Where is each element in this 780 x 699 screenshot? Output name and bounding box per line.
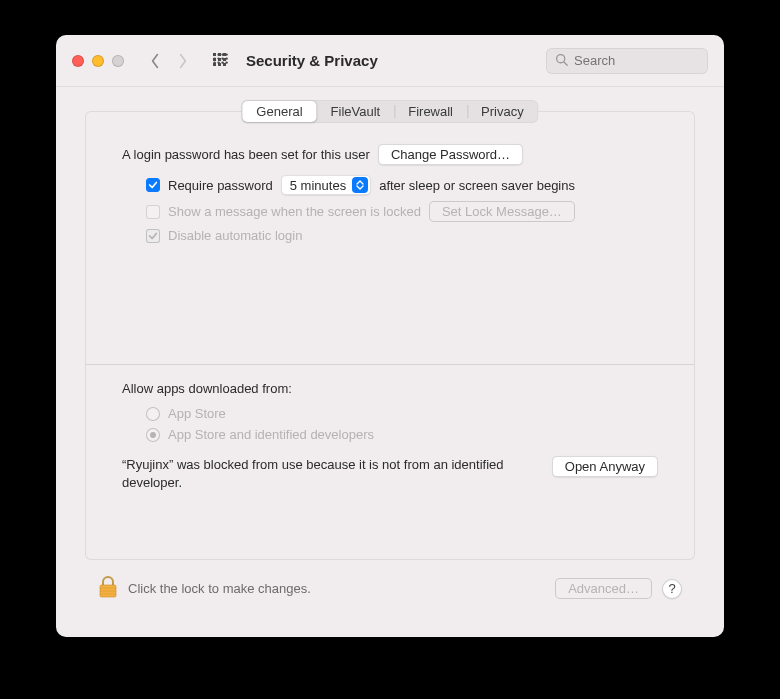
- set-lock-message-button: Set Lock Message…: [429, 201, 575, 222]
- lock-icon[interactable]: [98, 575, 118, 602]
- svg-point-17: [221, 57, 223, 59]
- tab-privacy[interactable]: Privacy: [467, 101, 538, 122]
- allow-section: Allow apps downloaded from: App Store Ap…: [86, 365, 694, 491]
- disable-auto-login-checkbox: [146, 229, 160, 243]
- allow-identified-label: App Store and identified developers: [168, 427, 374, 442]
- require-password-checkbox[interactable]: [146, 178, 160, 192]
- tab-firewall[interactable]: Firewall: [394, 101, 467, 122]
- footer: Click the lock to make changes. Advanced…: [74, 560, 706, 618]
- login-password-heading: A login password has been set for this u…: [122, 147, 370, 162]
- login-section: A login password has been set for this u…: [86, 112, 694, 243]
- window-controls: [72, 55, 124, 67]
- svg-point-21: [221, 61, 223, 63]
- change-password-button[interactable]: Change Password…: [378, 144, 523, 165]
- advanced-button: Advanced…: [555, 578, 652, 599]
- svg-point-22: [225, 61, 227, 63]
- prefs-window: Security & Privacy General FileVault Fir…: [56, 35, 724, 637]
- minimize-window-button[interactable]: [92, 55, 104, 67]
- svg-point-20: [217, 61, 219, 63]
- tab-filevault[interactable]: FileVault: [317, 101, 395, 122]
- svg-point-13: [221, 53, 223, 55]
- svg-point-19: [213, 61, 215, 63]
- allow-heading: Allow apps downloaded from:: [122, 381, 658, 396]
- toolbar: Security & Privacy: [56, 35, 724, 87]
- svg-line-24: [564, 61, 567, 64]
- forward-button: [170, 50, 196, 72]
- search-field[interactable]: [546, 48, 708, 74]
- svg-point-12: [217, 53, 219, 55]
- back-button[interactable]: [142, 50, 168, 72]
- require-password-delay-select[interactable]: 5 minutes: [281, 175, 371, 195]
- allow-identified-radio: [146, 428, 160, 442]
- svg-point-15: [213, 57, 215, 59]
- tab-bar: General FileVault Firewall Privacy: [241, 100, 538, 123]
- disable-auto-login-label: Disable automatic login: [168, 228, 302, 243]
- help-button[interactable]: ?: [662, 579, 682, 599]
- allow-appstore-label: App Store: [168, 406, 226, 421]
- tab-general[interactable]: General: [242, 101, 316, 122]
- show-message-label: Show a message when the screen is locked: [168, 204, 421, 219]
- select-stepper-icon: [352, 177, 368, 193]
- content: General FileVault Firewall Privacy A log…: [56, 87, 724, 637]
- search-icon: [555, 53, 568, 69]
- open-anyway-button[interactable]: Open Anyway: [552, 456, 658, 477]
- show-message-checkbox: [146, 205, 160, 219]
- svg-point-18: [225, 57, 227, 59]
- zoom-window-button: [112, 55, 124, 67]
- allow-appstore-radio: [146, 407, 160, 421]
- page-title: Security & Privacy: [246, 52, 378, 69]
- require-password-label-pre: Require password: [168, 178, 273, 193]
- search-input[interactable]: [574, 53, 699, 68]
- nav-buttons: [142, 50, 196, 72]
- close-window-button[interactable]: [72, 55, 84, 67]
- require-password-label-post: after sleep or screen saver begins: [379, 178, 575, 193]
- blocked-app-message: “Ryujinx” was blocked from use because i…: [122, 456, 536, 491]
- svg-point-16: [217, 57, 219, 59]
- svg-point-11: [213, 53, 215, 55]
- lock-hint-text: Click the lock to make changes.: [128, 581, 311, 596]
- require-password-delay-value: 5 minutes: [290, 178, 346, 193]
- main-panel: General FileVault Firewall Privacy A log…: [85, 111, 695, 560]
- show-all-icon[interactable]: [210, 50, 232, 72]
- svg-point-14: [225, 53, 227, 55]
